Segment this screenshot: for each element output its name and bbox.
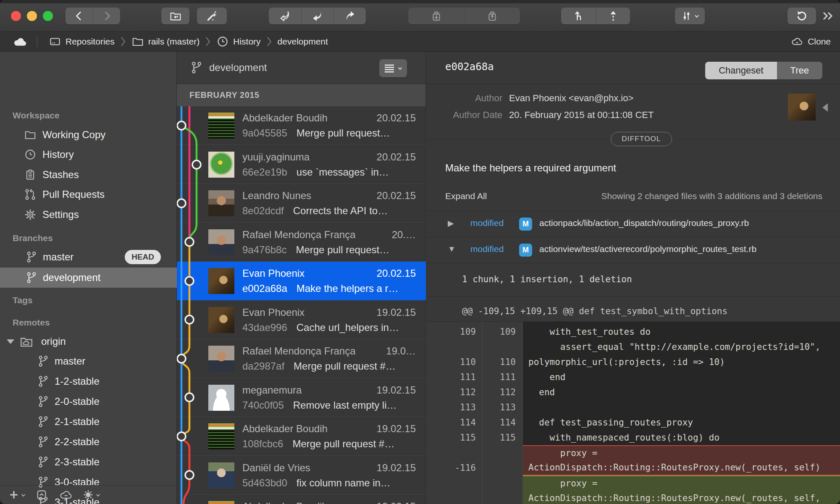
apply-stash-button[interactable] <box>464 8 520 24</box>
toolbar <box>0 0 840 32</box>
commit-message: Make the helpers a r… <box>297 283 399 294</box>
pull-button[interactable] <box>301 8 333 24</box>
sidebar-remote-branch[interactable]: 2-2-stable <box>0 432 177 452</box>
forward-button[interactable] <box>93 8 120 24</box>
commit-row[interactable]: Rafael Mendonça França 20.… 9a476b8cMerg… <box>177 223 426 262</box>
file-status: modified <box>470 218 504 228</box>
breadcrumb-repo[interactable]: rails (master) <box>131 35 200 48</box>
sidebar-item-stashes[interactable]: Stashes <box>0 165 177 185</box>
commit-row-selected[interactable]: Evan Phoenix 20.02.15 e002a68aMake the h… <box>177 262 426 300</box>
breadcrumb-history[interactable]: History <box>216 35 260 48</box>
sidebar-remote-origin[interactable]: origin <box>0 331 177 352</box>
view-options-button[interactable] <box>675 8 705 24</box>
push-button[interactable] <box>333 8 366 24</box>
sidebar-remote-branch[interactable]: master <box>0 351 177 371</box>
modified-badge: M <box>519 218 532 231</box>
divider <box>426 296 840 297</box>
cloud-accounts-button[interactable] <box>54 486 78 504</box>
expanded-triangle-icon[interactable]: ▼ <box>448 244 456 254</box>
breadcrumb-branch[interactable]: development <box>278 37 328 47</box>
file-row[interactable]: ▶ modified M actionpack/lib/action_dispa… <box>426 211 840 237</box>
branch-icon <box>37 355 50 368</box>
date-section-header: FEBRUARY 2015 <box>177 84 425 106</box>
file-row[interactable]: ▼ modified M actionview/test/activerecor… <box>426 237 840 263</box>
back-button[interactable] <box>66 8 93 24</box>
open-in-external-button[interactable] <box>29 486 54 504</box>
zoom-window-button[interactable] <box>43 11 53 21</box>
commit-row[interactable]: Evan Phoenix 19.02.15 43dae996Cache url_… <box>177 301 426 339</box>
commit-author: Rafael Mendonça França <box>242 229 355 241</box>
gear-icon <box>24 208 37 221</box>
rebase-button[interactable] <box>596 8 630 24</box>
breadcrumb-label: History <box>233 37 260 47</box>
commit-list-panel: development FEBRUARY 2015 <box>177 52 426 504</box>
commit-author: Abdelkader Boudih <box>242 423 328 435</box>
commit-row[interactable]: Leandro Nunes 20.02.15 8e02dcdfCorrects … <box>177 184 426 223</box>
collapsed-triangle-icon[interactable]: ▶ <box>448 218 454 228</box>
open-repository-button[interactable] <box>161 8 189 24</box>
diff-line: 109109 with_test_routes do <box>426 324 840 339</box>
sidebar-remote-branch[interactable]: 2-3-stable <box>0 452 177 472</box>
commit-row[interactable]: Rafael Mendonça França 19.0… da2987afMer… <box>177 339 426 378</box>
commit-row[interactable]: Abdelkader Boudih 19.02.15 <box>177 495 426 504</box>
folder-return-icon <box>169 10 182 22</box>
commit-hash: 66e2e19b <box>242 166 287 178</box>
commit-row[interactable]: meganemura 19.02.15 740c0f05Remove last … <box>177 378 426 417</box>
tab-tree[interactable]: Tree <box>777 62 822 79</box>
commit-message: Remove last empty li… <box>293 399 397 411</box>
close-window-button[interactable] <box>11 11 21 21</box>
branch-icon <box>37 436 50 448</box>
create-branch-button[interactable] <box>561 8 596 24</box>
box-caret-icon <box>36 489 47 501</box>
sidebar-branch-master[interactable]: master HEAD <box>0 247 177 267</box>
cloud-account-button[interactable] <box>11 35 29 48</box>
commit-date: 19.02.15 <box>377 501 416 504</box>
stash-button[interactable] <box>408 8 464 24</box>
avatar <box>208 307 234 333</box>
divider <box>37 36 37 47</box>
toolbar-overflow-button[interactable] <box>820 9 837 23</box>
chevron-separator-icon <box>205 36 210 47</box>
commit-message: Merge pull request #… <box>294 360 396 372</box>
sidebar-item-history[interactable]: History <box>0 144 177 165</box>
sidebar-item-settings[interactable]: Settings <box>0 205 177 225</box>
commit-row[interactable]: Abdelkader Boudih 19.02.15 108fcbc6Merge… <box>177 417 426 456</box>
tab-changeset[interactable]: Changeset <box>705 62 777 79</box>
fetch-button[interactable] <box>269 8 301 24</box>
avatar-flyout-triangle-icon <box>822 103 828 112</box>
breadcrumb-repositories[interactable]: Repositories <box>49 35 115 48</box>
commit-row[interactable]: Abdelkader Boudih 20.02.15 9a045585Merge… <box>177 106 426 145</box>
sidebar-settings-button[interactable] <box>78 486 105 504</box>
sidebar-remote-branch[interactable]: 2-0-stable <box>0 391 177 412</box>
list-options-button[interactable] <box>379 59 407 77</box>
sidebar-item-pull-requests[interactable]: Pull Requests <box>0 184 177 205</box>
avatar <box>208 152 234 178</box>
minimize-window-button[interactable] <box>27 11 37 21</box>
disclosure-triangle-icon[interactable] <box>7 339 14 344</box>
author-date-label: Author Date <box>426 110 502 121</box>
quick-launch-button[interactable] <box>197 8 227 24</box>
sidebar-item-working-copy[interactable]: Working Copy <box>0 125 177 145</box>
undo-button[interactable] <box>788 8 816 24</box>
diff-line-added: ActionDispatch::Routing::RoutesProxy.new… <box>426 491 840 504</box>
commit-author: Evan Phoenix <box>242 268 304 279</box>
clock-icon <box>216 35 229 48</box>
add-repository-button[interactable] <box>5 486 29 504</box>
diff-line: 113113 <box>426 400 840 415</box>
sidebar-branch-development[interactable]: development <box>0 268 177 288</box>
commit-row[interactable]: Daniël de Vries 19.02.15 5d463bd0fix col… <box>177 456 426 495</box>
branch-icon <box>25 271 38 284</box>
current-branch-label: development <box>209 62 267 74</box>
author-label: Author <box>426 93 502 104</box>
expand-all-button[interactable]: Expand All <box>445 191 487 201</box>
sidebar-remote-branch[interactable]: 2-1-stable <box>0 412 177 432</box>
sidebar-remote-branch[interactable]: 1-2-stable <box>0 371 177 391</box>
branch-icon <box>37 395 50 408</box>
section-title-remotes: Remotes <box>13 318 50 328</box>
clone-button[interactable]: Clone <box>791 32 831 52</box>
commit-hash: 5d463bd0 <box>242 477 287 488</box>
hunk-header: @@ -109,15 +109,15 @@ def test_symbol_wi… <box>462 306 727 316</box>
commit-row[interactable]: yuuji.yaginuma 20.02.15 66e2e19buse `mes… <box>177 145 426 184</box>
fetch-icon <box>279 10 291 22</box>
difftool-button[interactable]: DIFFTOOL <box>611 132 672 146</box>
